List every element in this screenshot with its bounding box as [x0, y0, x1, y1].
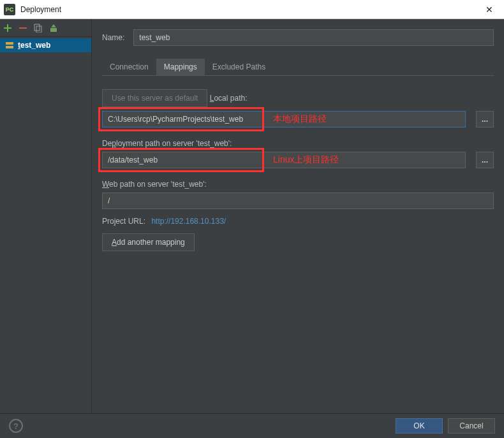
- svg-rect-4: [6, 42, 13, 45]
- close-icon[interactable]: ✕: [475, 0, 504, 19]
- annotation-local-path: 本地项目路径: [273, 113, 327, 125]
- tab-mappings[interactable]: Mappings: [156, 59, 205, 75]
- remove-icon[interactable]: [18, 23, 28, 33]
- svg-rect-3: [50, 28, 57, 32]
- cancel-button[interactable]: Cancel: [448, 418, 495, 434]
- add-another-mapping-button[interactable]: Add another mapping: [102, 233, 195, 251]
- window-title: Deployment: [20, 5, 61, 14]
- web-path-input[interactable]: [102, 193, 494, 209]
- dialog-footer: ? OK Cancel: [0, 413, 504, 438]
- main-area: test_web Name: Connection Mappings Exclu…: [0, 19, 504, 413]
- browse-deployment-path-button[interactable]: ...: [476, 152, 494, 168]
- help-icon[interactable]: ?: [9, 419, 23, 433]
- use-default-server-button: Use this server as default: [102, 89, 207, 107]
- server-icon: [5, 41, 14, 50]
- deployment-path-label: Deployment path on server 'test_web':: [102, 139, 232, 148]
- name-label: Name:: [102, 33, 124, 42]
- svg-rect-2: [36, 26, 41, 33]
- local-path-row: 本地项目路径 ...: [102, 111, 494, 128]
- config-tabs: Connection Mappings Excluded Paths: [102, 59, 494, 76]
- sidebar-item-test-web[interactable]: test_web: [0, 38, 91, 52]
- content-pane: Name: Connection Mappings Excluded Paths…: [92, 19, 504, 413]
- copy-icon[interactable]: [33, 23, 43, 33]
- deployment-path-row: Linux上项目路径 ...: [102, 152, 494, 168]
- add-icon[interactable]: [3, 23, 13, 33]
- annotation-box-deploy: [98, 148, 264, 172]
- browse-local-path-button[interactable]: ...: [476, 111, 494, 128]
- auto-upload-icon[interactable]: [48, 23, 59, 33]
- add-mapping-row: Add another mapping: [102, 233, 494, 251]
- project-url-row: Project URL: http://192.168.10.133/: [102, 217, 494, 226]
- project-url-link[interactable]: http://192.168.10.133/: [151, 217, 226, 226]
- annotation-box-local: [98, 107, 264, 131]
- name-row: Name:: [102, 29, 494, 46]
- svg-rect-1: [34, 24, 40, 31]
- name-input[interactable]: [133, 29, 494, 46]
- deployments-sidebar: test_web: [0, 19, 92, 413]
- svg-rect-0: [19, 27, 27, 29]
- tab-connection[interactable]: Connection: [102, 59, 156, 75]
- ok-button[interactable]: OK: [396, 418, 443, 434]
- tab-excluded-paths[interactable]: Excluded Paths: [205, 59, 273, 75]
- window-titlebar: PC Deployment ✕: [0, 0, 504, 19]
- mappings-section: Use this server as default Local path: 本…: [102, 86, 494, 251]
- web-path-label: Web path on server 'test_web':: [102, 180, 207, 189]
- sidebar-toolbar: [0, 19, 91, 37]
- local-path-label: Local path:: [210, 94, 248, 103]
- sidebar-item-label-rest: est_web: [20, 41, 50, 50]
- project-url-label: Project URL:: [102, 217, 145, 226]
- sidebar-list: test_web: [0, 37, 91, 413]
- sidebar-item-label: test_web: [18, 41, 50, 50]
- annotation-deployment-path: Linux上项目路径: [273, 154, 339, 166]
- app-icon: PC: [4, 4, 15, 15]
- svg-rect-5: [6, 46, 13, 48]
- web-path-row: [102, 193, 494, 209]
